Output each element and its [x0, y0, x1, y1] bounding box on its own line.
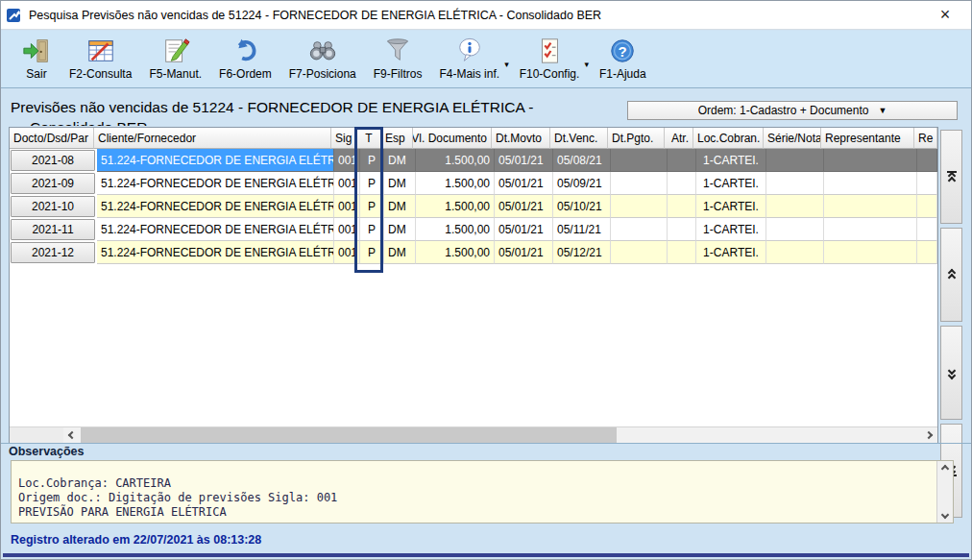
cell-cliente[interactable]: 51.224-FORNECEDOR DE ENERGIA ELÉTRICA: [97, 241, 334, 264]
cell-loc-cobran[interactable]: 1-CARTEI.: [696, 195, 766, 218]
cell-sig[interactable]: 001: [334, 172, 360, 195]
cell-atr[interactable]: [668, 195, 696, 218]
column-header-vl-documento[interactable]: Vl. Documento: [413, 128, 492, 149]
scroll-right-icon[interactable]: [920, 427, 937, 443]
cell-vl-documento[interactable]: 1.500,00: [416, 241, 495, 264]
cell-loc-cobran[interactable]: 1-CARTEI.: [696, 241, 766, 264]
cell-atr[interactable]: [668, 218, 696, 241]
cell-esp[interactable]: DM: [384, 241, 416, 264]
cell-dt-pgto[interactable]: [611, 218, 668, 241]
filtros-button[interactable]: F9-Filtros: [365, 35, 431, 82]
config-dropdown-icon[interactable]: ▾: [584, 60, 589, 69]
table-row[interactable]: 2021-11 51.224-FORNECEDOR DE ENERGIA ELÉ…: [10, 218, 937, 241]
posiciona-button[interactable]: F7-Posiciona: [280, 35, 365, 82]
column-header-loc-cobran[interactable]: Loc.Cobran.: [693, 128, 764, 149]
column-header-docto[interactable]: Docto/Dsd/Par: [10, 128, 94, 149]
cell-dt-movto[interactable]: 05/01/21: [495, 218, 553, 241]
mais-info-button[interactable]: F4-Mais inf.: [430, 35, 508, 82]
column-header-esp[interactable]: Esp: [381, 128, 413, 149]
config-button[interactable]: F10-Config.: [511, 35, 589, 82]
exit-button[interactable]: Sair: [12, 35, 61, 82]
column-header-sig[interactable]: Sig: [331, 128, 357, 149]
cell-serie-nota[interactable]: [766, 172, 824, 195]
table-row[interactable]: 2021-09 51.224-FORNECEDOR DE ENERGIA ELÉ…: [10, 172, 937, 195]
cell-representante[interactable]: [824, 172, 917, 195]
cell-atr[interactable]: [668, 241, 696, 264]
consulta-button[interactable]: F2-Consulta: [61, 35, 140, 82]
row-header-button[interactable]: 2021-12: [11, 242, 95, 263]
horizontal-scrollbar[interactable]: [10, 426, 937, 443]
cell-t[interactable]: P: [360, 172, 384, 195]
order-dropdown-button[interactable]: Ordem: 1-Cadastro + Documento ▼: [627, 101, 958, 120]
cell-atr[interactable]: [668, 172, 696, 195]
cell-dt-venc[interactable]: 05/12/21: [553, 241, 611, 264]
cell-dt-venc[interactable]: 05/08/21: [553, 149, 611, 172]
cell-vl-documento[interactable]: 1.500,00: [416, 149, 495, 172]
column-header-serie-nota[interactable]: Série/Nota: [764, 128, 821, 149]
page-down-button[interactable]: [940, 326, 962, 420]
cell-sig[interactable]: 001: [334, 195, 360, 218]
observacoes-text[interactable]: Loc.Cobrança: CARTEIRA Origem doc.: Digi…: [12, 461, 936, 523]
column-header-representante[interactable]: Representante: [821, 128, 914, 149]
cell-loc-cobran[interactable]: 1-CARTEI.: [696, 172, 766, 195]
row-header-button[interactable]: 2021-11: [11, 219, 95, 240]
cell-representante[interactable]: [824, 218, 917, 241]
cell-t[interactable]: P: [360, 195, 384, 218]
column-header-dt-venc[interactable]: Dt.Venc.: [550, 128, 608, 149]
cell-loc-cobran[interactable]: 1-CARTEI.: [696, 149, 766, 172]
scroll-up-icon[interactable]: [941, 465, 949, 473]
cell-dt-pgto[interactable]: [611, 172, 668, 195]
ajuda-button[interactable]: ? F1-Ajuda: [591, 35, 655, 82]
cell-sig[interactable]: 001: [334, 241, 360, 264]
table-row[interactable]: 2021-10 51.224-FORNECEDOR DE ENERGIA ELÉ…: [10, 195, 937, 218]
cell-dt-movto[interactable]: 05/01/21: [495, 149, 553, 172]
cell-dt-venc[interactable]: 05/11/21: [553, 218, 611, 241]
column-header-atr[interactable]: Atr.: [665, 128, 693, 149]
cell-serie-nota[interactable]: [766, 241, 824, 264]
table-row[interactable]: 2021-12 51.224-FORNECEDOR DE ENERGIA ELÉ…: [10, 241, 937, 264]
cell-atr[interactable]: [668, 149, 696, 172]
cell-esp[interactable]: DM: [384, 172, 416, 195]
cell-dt-venc[interactable]: 05/09/21: [553, 172, 611, 195]
cell-re[interactable]: [917, 218, 937, 241]
cell-esp[interactable]: DM: [384, 195, 416, 218]
row-header-button[interactable]: 2021-10: [11, 196, 95, 217]
cell-esp[interactable]: DM: [384, 149, 416, 172]
cell-cliente[interactable]: 51.224-FORNECEDOR DE ENERGIA ELÉTRICA: [97, 195, 334, 218]
ordem-button[interactable]: F6-Ordem: [210, 35, 280, 82]
cell-esp[interactable]: DM: [384, 218, 416, 241]
close-button[interactable]: ×: [925, 1, 965, 30]
cell-serie-nota[interactable]: [766, 149, 824, 172]
cell-vl-documento[interactable]: 1.500,00: [416, 218, 495, 241]
cell-dt-venc[interactable]: 05/10/21: [553, 195, 611, 218]
cell-dt-pgto[interactable]: [611, 149, 668, 172]
cell-dt-pgto[interactable]: [611, 241, 668, 264]
cell-serie-nota[interactable]: [766, 195, 824, 218]
row-header-button[interactable]: 2021-09: [11, 173, 95, 194]
cell-dt-movto[interactable]: 05/01/21: [495, 241, 553, 264]
cell-loc-cobran[interactable]: 1-CARTEI.: [696, 218, 766, 241]
column-header-dt-pgto[interactable]: Dt.Pgto.: [608, 128, 665, 149]
manutencao-button[interactable]: F5-Manut.: [140, 35, 210, 82]
first-record-button[interactable]: [940, 130, 962, 224]
cell-dt-movto[interactable]: 05/01/21: [495, 172, 553, 195]
cell-vl-documento[interactable]: 1.500,00: [416, 195, 495, 218]
cell-dt-pgto[interactable]: [611, 195, 668, 218]
horizontal-scrollbar-thumb[interactable]: [81, 427, 617, 443]
cell-re[interactable]: [917, 172, 937, 195]
row-header-button[interactable]: 2021-08: [11, 150, 95, 171]
cell-cliente[interactable]: 51.224-FORNECEDOR DE ENERGIA ELÉTRICA: [97, 149, 334, 172]
column-header-re[interactable]: Re: [914, 128, 937, 149]
mais-info-dropdown-icon[interactable]: ▾: [504, 60, 509, 69]
cell-vl-documento[interactable]: 1.500,00: [416, 172, 495, 195]
table-row[interactable]: 2021-08 51.224-FORNECEDOR DE ENERGIA ELÉ…: [10, 149, 937, 172]
cell-sig[interactable]: 001: [334, 218, 360, 241]
cell-cliente[interactable]: 51.224-FORNECEDOR DE ENERGIA ELÉTRICA: [97, 218, 334, 241]
cell-serie-nota[interactable]: [766, 218, 824, 241]
scroll-left-icon[interactable]: [63, 427, 81, 443]
cell-t[interactable]: P: [360, 241, 384, 264]
cell-re[interactable]: [917, 149, 937, 172]
cell-cliente[interactable]: 51.224-FORNECEDOR DE ENERGIA ELÉTRICA: [97, 172, 334, 195]
column-header-cliente[interactable]: Cliente/Fornecedor: [94, 128, 331, 149]
cell-t[interactable]: P: [360, 149, 384, 172]
